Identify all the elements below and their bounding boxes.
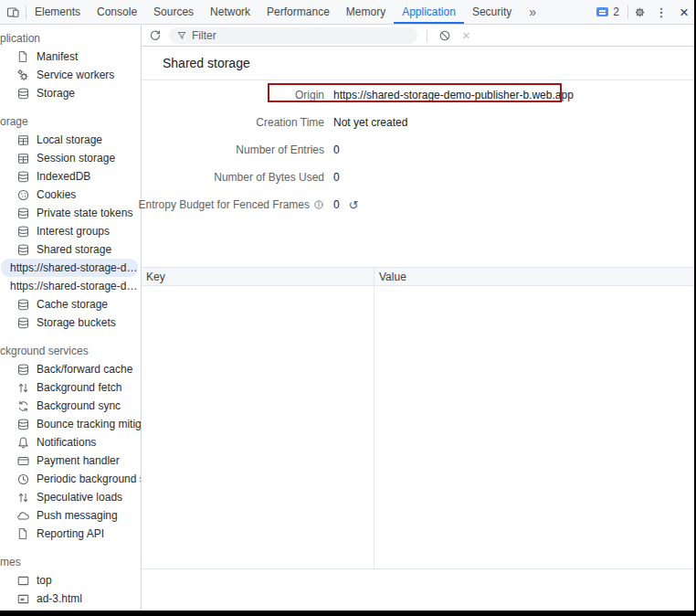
sidebar-item-https-shared-storage-d[interactable]: https://shared-storage-d… <box>0 277 141 295</box>
updown-arrows-icon <box>16 490 30 504</box>
sidebar-item-background-sync[interactable]: Background sync <box>0 397 141 415</box>
tab-sources[interactable]: Sources <box>145 0 202 24</box>
sidebar-item-back-forward-cache[interactable]: Back/forward cache <box>0 360 141 378</box>
tab-bar-right-controls: 2 ⋮ <box>588 0 696 24</box>
column-header-key[interactable]: Key <box>142 268 374 285</box>
device-toolbar-icon <box>6 5 20 19</box>
table-icon <box>16 133 30 147</box>
metadata-label: Creation Time <box>144 116 324 129</box>
panel-tabs: ElementsConsoleSourcesNetworkPerformance… <box>26 0 520 24</box>
database-icon <box>16 315 30 330</box>
sidebar-item-manifest[interactable]: Manifest <box>0 48 141 66</box>
metadata-value-text: 0 <box>333 143 340 156</box>
metadata-value: Not yet created <box>333 116 696 129</box>
delete-selected-button-disabled[interactable]: × <box>459 27 474 43</box>
sidebar-item-periodic-background-s[interactable]: Periodic background s… <box>0 470 141 488</box>
items-table-header: KeyValue <box>142 267 696 286</box>
metadata-label-text: Number of Entries <box>236 143 324 156</box>
sidebar-item-label: ad-3.html <box>37 592 82 605</box>
refresh-button[interactable] <box>147 27 163 44</box>
sidebar-item-storage-buckets[interactable]: Storage buckets <box>0 313 141 332</box>
sidebar-item-session-storage[interactable]: Session storage <box>0 149 141 167</box>
sidebar-item-speculative-loads[interactable]: Speculative loads <box>0 488 141 506</box>
cloud-icon <box>16 508 30 523</box>
sync-icon <box>16 398 30 413</box>
document-icon <box>16 49 30 64</box>
sidebar-item-service-workers[interactable]: Service workers <box>0 66 141 84</box>
devtools-tab-bar: ElementsConsoleSourcesNetworkPerformance… <box>0 0 696 25</box>
customize-devtools-button[interactable]: ⋮ <box>650 5 672 19</box>
sidebar-item-reporting-api[interactable]: Reporting API <box>0 525 141 543</box>
sidebar-item-push-messaging[interactable]: Push messaging <box>0 506 141 525</box>
sidebar-item-bounce-tracking-mitiga[interactable]: Bounce tracking mitiga… <box>0 415 141 433</box>
metadata-row-entropy-budget-for-fenced-frames: Entropy Budget for Fenced Frames0↺ <box>142 191 696 218</box>
delete-all-button[interactable] <box>437 27 453 44</box>
metadata-row-number-of-entries: Number of Entries0 <box>142 136 696 164</box>
close-icon: × <box>680 4 689 21</box>
sidebar-item-payment-handler[interactable]: Payment handler <box>0 451 141 470</box>
toggle-device-toolbar-button[interactable] <box>0 0 26 24</box>
metadata-label: Number of Bytes Used <box>144 171 324 184</box>
tab-elements[interactable]: Elements <box>26 0 89 24</box>
tab-performance[interactable]: Performance <box>258 0 338 24</box>
sidebar-item-private-state-tokens[interactable]: Private state tokens <box>0 204 141 222</box>
sidebar-item-label: Shared storage <box>37 243 111 256</box>
tab-console[interactable]: Console <box>89 0 145 24</box>
sidebar-item-label: Back/forward cache <box>37 363 132 376</box>
sidebar-section-header: plication <box>0 29 141 48</box>
info-icon[interactable] <box>313 199 324 210</box>
sidebar-item-label: Manifest <box>37 50 78 63</box>
database-icon <box>16 224 30 239</box>
sidebar-item-https-shared-storage-d[interactable]: https://shared-storage-d… <box>1 259 138 277</box>
column-header-value[interactable]: Value <box>374 268 696 285</box>
settings-button[interactable] <box>628 5 650 19</box>
close-devtools-button[interactable]: × <box>672 0 696 25</box>
sidebar-item-cookies[interactable]: Cookies <box>0 186 141 204</box>
sidebar-item-label: Storage <box>37 87 75 100</box>
sidebar-section-header: ckground services <box>0 342 141 360</box>
issues-counter-button[interactable]: 2 <box>588 5 627 18</box>
sidebar-item-ad-3-html[interactable]: ad-3.html <box>0 589 141 608</box>
metadata-value: 0 <box>333 143 696 156</box>
metadata-value: 0 <box>333 171 696 184</box>
vertical-dots-icon: ⋮ <box>656 5 668 19</box>
sidebar-item-label: Service workers <box>37 69 114 81</box>
tab-network[interactable]: Network <box>202 0 258 24</box>
filter-input[interactable] <box>192 29 410 42</box>
sidebar-item-storage[interactable]: Storage <box>0 84 141 102</box>
payment-card-icon <box>16 453 30 468</box>
reset-budget-button[interactable]: ↺ <box>349 199 359 211</box>
sidebar-item-background-fetch[interactable]: Background fetch <box>0 378 141 397</box>
refresh-icon <box>149 29 162 42</box>
tab-memory[interactable]: Memory <box>338 0 394 24</box>
metadata-value: 0↺ <box>333 198 696 211</box>
metadata-label: Entropy Budget for Fenced Frames <box>144 198 324 211</box>
metadata-value: https://shared-storage-demo-publisher-b.… <box>333 89 696 101</box>
tab-security[interactable]: Security <box>464 0 520 24</box>
report-header: Shared storage <box>142 47 696 80</box>
block-icon <box>438 29 451 42</box>
application-sidebar: plicationManifestService workersStorageo… <box>0 25 142 611</box>
sidebar-item-shared-storage[interactable]: Shared storage <box>0 240 141 259</box>
sidebar-item-label: Speculative loads <box>37 491 122 504</box>
sidebar-item-cache-storage[interactable]: Cache storage <box>0 295 141 313</box>
key-column-area <box>142 286 374 568</box>
metadata-value-text: 0 <box>333 198 340 211</box>
tab-application[interactable]: Application <box>394 0 464 24</box>
sidebar-item-interest-groups[interactable]: Interest groups <box>0 222 141 240</box>
issues-bubble-icon <box>596 7 608 16</box>
screenshot-edge-bottom <box>0 611 696 616</box>
metadata-label-text: Origin <box>295 89 324 101</box>
sidebar-item-label: Background sync <box>37 399 121 412</box>
sidebar-item-top[interactable]: top <box>0 571 141 589</box>
database-icon <box>16 169 30 184</box>
sidebar-item-notifications[interactable]: Notifications <box>0 433 141 451</box>
more-tabs-button[interactable]: » <box>520 0 544 24</box>
filter-box[interactable] <box>169 27 417 44</box>
sidebar-item-label: Cookies <box>37 188 76 201</box>
database-icon <box>16 417 30 431</box>
chevron-double-right-icon: » <box>529 5 535 19</box>
database-icon <box>16 242 30 257</box>
sidebar-item-local-storage[interactable]: Local storage <box>0 131 141 149</box>
sidebar-item-indexeddb[interactable]: IndexedDB <box>0 167 141 186</box>
